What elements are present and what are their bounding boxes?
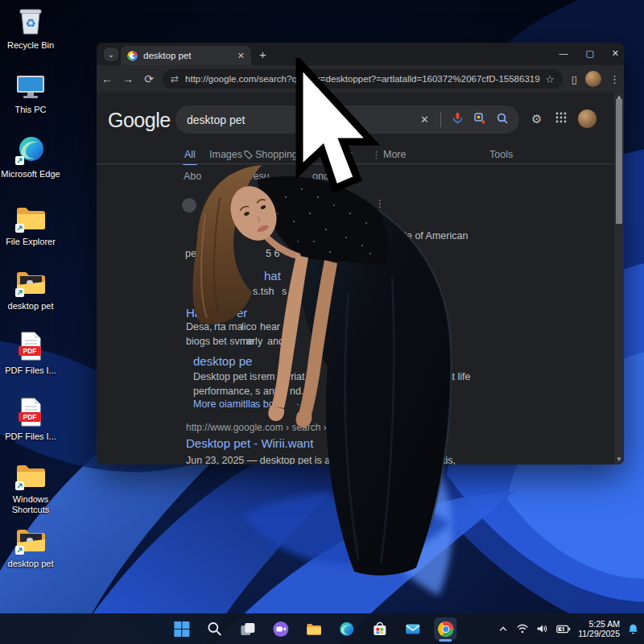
desktop-icon-label: Microsoft Edge	[0, 169, 61, 180]
task-view-icon	[239, 621, 256, 638]
desktop-icon-label: This PC	[0, 105, 61, 115]
desktop-icon-column: ♻Recycle BinThis PCMicrosoft EdgeFile Ex…	[0, 0, 72, 612]
clock-time: 5:25 AM	[578, 619, 620, 629]
bookmark-star-icon[interactable]: ☆	[545, 73, 555, 85]
desktop-icon-label: PDF Files I...	[0, 431, 61, 442]
taskbar: 5:25 AM 11/29/2025	[0, 613, 644, 644]
taskbar-search-button[interactable]	[203, 617, 225, 640]
reload-button[interactable]: ⟳	[138, 72, 159, 85]
desktop-icon-label: desktop pet	[0, 559, 61, 569]
taskbar-center-icons	[170, 617, 456, 640]
folder-photo-icon	[14, 266, 47, 299]
clock-date: 11/29/2025	[578, 629, 620, 638]
scrollbar-thumb[interactable]	[616, 99, 622, 224]
browser-profile-avatar[interactable]	[585, 71, 601, 87]
tab-close-icon[interactable]: ✕	[237, 51, 245, 61]
svg-text:PDF: PDF	[23, 347, 37, 355]
taskbar-taskview-button[interactable]	[236, 617, 258, 640]
tab-title: desktop pet	[143, 51, 234, 60]
system-tray: 5:25 AM 11/29/2025	[497, 613, 639, 644]
minimize-button[interactable]: —	[559, 48, 568, 58]
taskbar-start-button[interactable]	[170, 617, 192, 640]
svg-text:PDF: PDF	[23, 413, 37, 421]
back-button[interactable]: ←	[97, 72, 118, 85]
site-info-icon[interactable]: ⇄	[171, 73, 179, 85]
new-tab-button[interactable]: +	[259, 48, 266, 60]
browser-menu-kebab-icon[interactable]: ⋮	[609, 73, 620, 85]
tab-search-button[interactable]: ⌄	[104, 47, 118, 61]
microsoft-edge-icon	[14, 134, 47, 167]
desktop-icon-label: File Explorer	[0, 237, 61, 247]
wifi-icon[interactable]	[516, 623, 529, 634]
battery-icon[interactable]	[556, 624, 571, 634]
this-pc-icon	[14, 69, 47, 103]
tray-chevron-icon[interactable]	[497, 623, 509, 634]
maximize-button[interactable]: ▢	[585, 48, 593, 59]
desktop-icon-desktop-pet[interactable]: desktop pet	[0, 523, 61, 569]
desktop-icon-microsoft-edge[interactable]: Microsoft Edge	[0, 134, 61, 180]
volume-icon[interactable]	[536, 623, 549, 634]
desktop-icon-pdf-files-i-[interactable]: PDFPDF Files I...	[0, 330, 61, 376]
desktop-icon-label: Windows Shortcuts	[0, 494, 61, 515]
svg-text:♻: ♻	[25, 16, 35, 30]
scrollbar[interactable]: ▲ ▼	[614, 93, 624, 464]
mail-icon	[404, 621, 421, 638]
taskbar-chrome-button[interactable]	[434, 617, 456, 640]
pdf-file-icon: PDF	[14, 330, 47, 364]
desktop-icon-recycle-bin[interactable]: ♻Recycle Bin	[0, 5, 61, 51]
taskbar-store-button[interactable]	[368, 617, 390, 640]
start-button-icon	[173, 621, 190, 638]
search-icon	[206, 621, 222, 637]
taskbar-explorer-button[interactable]	[302, 617, 324, 640]
desktop-icon-label: Recycle Bin	[0, 40, 61, 51]
windows-desktop: { "window": { "tab_title": "desktop pet"…	[0, 0, 644, 644]
forward-button[interactable]: →	[118, 72, 138, 85]
folder-icon	[14, 201, 47, 235]
desktop-icon-label: PDF Files I...	[0, 365, 61, 376]
notification-bell-icon[interactable]	[627, 623, 639, 635]
giant-cursor-arrow	[291, 58, 380, 196]
close-button[interactable]: ✕	[612, 48, 619, 59]
edge-icon	[338, 621, 355, 638]
taskbar-clock[interactable]: 5:25 AM 11/29/2025	[578, 619, 620, 638]
desktop-icon-this-pc[interactable]: This PC	[0, 69, 61, 115]
google-favicon	[127, 51, 138, 61]
desktop-icon-windows-shortcuts[interactable]: Windows Shortcuts	[0, 459, 61, 515]
folder-photo-icon	[14, 523, 47, 557]
taskbar-edge-button[interactable]	[335, 617, 357, 640]
taskbar-mail-button[interactable]	[401, 617, 423, 640]
folder-icon	[14, 459, 47, 493]
browser-tab[interactable]: desktop pet ✕	[121, 46, 251, 65]
desktop-icon-file-explorer[interactable]: File Explorer	[0, 201, 61, 247]
microsoft-store-icon	[371, 621, 388, 638]
desktop-icon-desktop-pet[interactable]: desktop pet	[0, 266, 61, 312]
chat-icon	[272, 621, 289, 638]
taskbar-chat-button[interactable]	[269, 617, 291, 640]
side-panel-icon[interactable]: ▯	[572, 73, 577, 85]
desktop-icon-label: desktop pet	[0, 301, 61, 312]
pdf-file-icon: PDF	[14, 396, 47, 430]
file-explorer-icon	[305, 621, 322, 638]
google-chrome-icon	[437, 621, 454, 638]
desktop-pet-girl[interactable]	[181, 165, 459, 576]
recycle-bin-icon: ♻	[14, 5, 47, 39]
desktop-icon-pdf-files-i-[interactable]: PDFPDF Files I...	[0, 396, 61, 442]
